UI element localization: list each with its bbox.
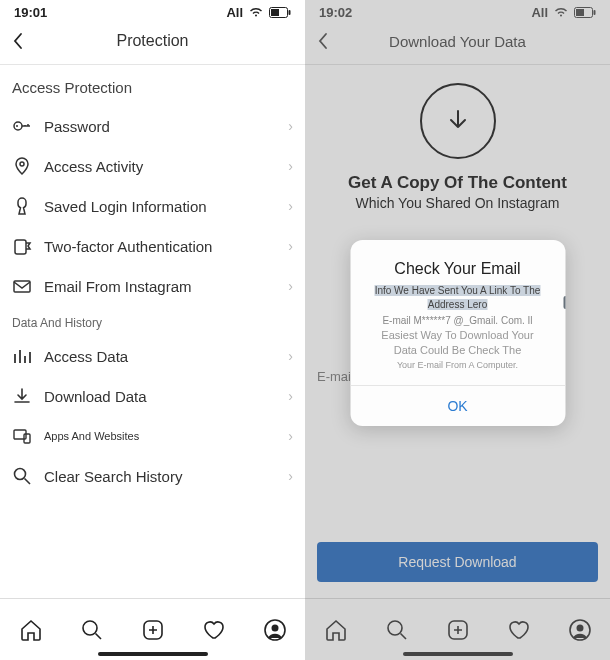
nav-new-icon[interactable] xyxy=(445,617,471,643)
page-title: Download Your Data xyxy=(317,33,598,50)
nav-search-icon[interactable] xyxy=(79,617,105,643)
svg-point-11 xyxy=(83,621,97,635)
home-indicator[interactable] xyxy=(403,652,513,656)
row-email-instagram[interactable]: Email From Instagram › xyxy=(0,266,305,306)
key-icon xyxy=(12,116,32,136)
row-access-data[interactable]: Access Data › xyxy=(0,336,305,376)
page-title: Protection xyxy=(12,32,293,50)
mail-icon xyxy=(12,276,32,296)
modal-ok-button[interactable]: OK xyxy=(350,385,565,426)
section-access-protection: Access Protection xyxy=(0,65,305,106)
modal-data-tag: Data xyxy=(564,296,565,309)
chevron-right-icon: › xyxy=(288,428,293,444)
status-time: 19:02 xyxy=(319,5,352,20)
header: Protection xyxy=(0,22,305,65)
button-label: Request Download xyxy=(398,554,516,570)
svg-rect-16 xyxy=(576,9,584,16)
row-label: Two-factor Authentication xyxy=(44,238,276,255)
row-label: Clear Search History xyxy=(44,468,276,485)
status-icons: All xyxy=(226,5,291,20)
nav-home-icon[interactable] xyxy=(323,617,349,643)
chevron-right-icon: › xyxy=(288,388,293,404)
row-clear-search[interactable]: Clear Search History › xyxy=(0,456,305,496)
download-data-screen: 19:02 All Download Your Data Get A Copy … xyxy=(305,0,610,660)
devices-icon xyxy=(12,426,32,446)
status-icons: All xyxy=(531,5,596,20)
section-data-history: Data And History xyxy=(0,306,305,336)
shield-icon xyxy=(12,236,32,256)
battery-icon xyxy=(574,7,596,18)
search-icon xyxy=(12,466,32,486)
modal-info-highlight: Info We Have Sent You A Link To The Addr… xyxy=(375,285,541,310)
content-heading: Get A Copy Of The Content xyxy=(348,173,567,193)
nav-activity-icon[interactable] xyxy=(506,617,532,643)
row-label: Download Data xyxy=(44,388,276,405)
chevron-right-icon: › xyxy=(288,118,293,134)
row-password[interactable]: Password › xyxy=(0,106,305,146)
row-two-factor[interactable]: Two-factor Authentication › xyxy=(0,226,305,266)
row-label: Password xyxy=(44,118,276,135)
modal-body-line: Your E-mail From A Computer. xyxy=(362,359,553,372)
nav-search-icon[interactable] xyxy=(384,617,410,643)
nav-new-icon[interactable] xyxy=(140,617,166,643)
button-label: OK xyxy=(447,398,467,414)
nav-profile-icon[interactable] xyxy=(567,617,593,643)
chevron-right-icon: › xyxy=(288,348,293,364)
row-label: Access Data xyxy=(44,348,276,365)
modal-title: Check Your Email xyxy=(362,260,553,278)
svg-rect-17 xyxy=(594,10,596,15)
email-field-label: E-mail xyxy=(317,369,354,384)
header: Download Your Data xyxy=(305,22,610,65)
chevron-right-icon: › xyxy=(288,238,293,254)
battery-icon xyxy=(269,7,291,18)
svg-rect-7 xyxy=(14,281,30,292)
modal-body-line: Data Could Be Check The xyxy=(362,343,553,358)
chevron-right-icon: › xyxy=(288,468,293,484)
row-apps-websites[interactable]: Apps And Websites › xyxy=(0,416,305,456)
status-net: All xyxy=(226,5,243,20)
nav-home-icon[interactable] xyxy=(18,617,44,643)
check-email-modal: Check Your Email Info We Have Sent You A… xyxy=(350,240,565,426)
chevron-right-icon: › xyxy=(288,158,293,174)
status-net: All xyxy=(531,5,548,20)
chevron-right-icon: › xyxy=(288,198,293,214)
request-download-button[interactable]: Request Download xyxy=(317,542,598,582)
keyhole-icon xyxy=(12,196,32,216)
svg-point-21 xyxy=(576,624,583,631)
svg-point-14 xyxy=(271,624,278,631)
download-icon xyxy=(12,386,32,406)
status-bar: 19:01 All xyxy=(0,0,305,22)
bottom-nav xyxy=(305,598,610,660)
svg-rect-2 xyxy=(289,10,291,15)
row-access-activity[interactable]: Access Activity › xyxy=(0,146,305,186)
protection-settings-screen: 19:01 All Protection Access Protection P… xyxy=(0,0,305,660)
nav-activity-icon[interactable] xyxy=(201,617,227,643)
row-label: Apps And Websites xyxy=(44,430,276,442)
location-icon xyxy=(12,156,32,176)
status-bar: 19:02 All xyxy=(305,0,610,22)
modal-body-line: Easiest Way To Download Your xyxy=(362,328,553,343)
svg-rect-1 xyxy=(271,9,279,16)
modal-email-line: E-mail M******7 @_Gmail. Com. Il xyxy=(362,314,553,328)
svg-rect-6 xyxy=(15,240,26,254)
row-label: Saved Login Information xyxy=(44,198,276,215)
chevron-right-icon: › xyxy=(288,278,293,294)
wifi-icon xyxy=(554,7,568,18)
svg-point-5 xyxy=(20,162,24,166)
content-subheading: Which You Shared On Instagram xyxy=(356,195,560,211)
svg-point-4 xyxy=(16,125,18,127)
row-label: Email From Instagram xyxy=(44,278,276,295)
svg-point-10 xyxy=(15,469,26,480)
row-saved-login[interactable]: Saved Login Information › xyxy=(0,186,305,226)
svg-point-18 xyxy=(388,621,402,635)
bottom-nav xyxy=(0,598,305,660)
nav-profile-icon[interactable] xyxy=(262,617,288,643)
download-arrow-icon xyxy=(420,83,496,159)
row-download-data[interactable]: Download Data › xyxy=(0,376,305,416)
status-time: 19:01 xyxy=(14,5,47,20)
chart-icon xyxy=(12,346,32,366)
row-label: Access Activity xyxy=(44,158,276,175)
home-indicator[interactable] xyxy=(98,652,208,656)
wifi-icon xyxy=(249,7,263,18)
